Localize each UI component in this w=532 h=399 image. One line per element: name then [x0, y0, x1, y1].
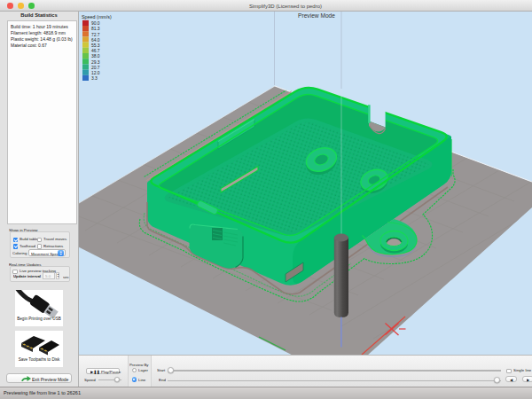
svg-text:72.7: 72.7	[91, 33, 100, 37]
svg-text:3.3: 3.3	[91, 76, 98, 81]
svg-text:38.0: 38.0	[91, 54, 100, 59]
svg-text:64.0: 64.0	[91, 38, 100, 43]
svg-text:29.3: 29.3	[91, 60, 100, 65]
svg-text:90.0: 90.0	[91, 21, 100, 26]
svg-text:20.7: 20.7	[91, 66, 100, 70]
svg-text:12.0: 12.0	[91, 71, 100, 75]
svg-text:81.3: 81.3	[91, 27, 100, 31]
svg-text:55.3: 55.3	[91, 43, 100, 48]
svg-text:46.7: 46.7	[91, 49, 100, 53]
